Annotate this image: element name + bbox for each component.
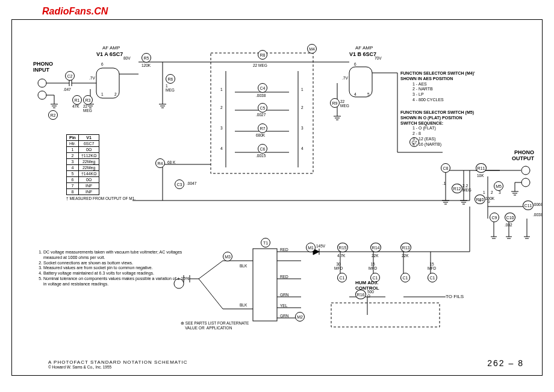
m4-l1: 1 [220, 87, 223, 92]
m4-ref: M4 [307, 44, 317, 54]
r12-ref: R12 [452, 184, 462, 193]
r7-val: 680K [256, 133, 265, 137]
r4-val: 68 K [167, 160, 175, 164]
t-r5c1: †144KΩ [78, 171, 99, 177]
c8-val: .1 [443, 181, 446, 185]
wire-red1: RED [280, 247, 288, 252]
tube-a-p6: 6 [101, 62, 104, 66]
tube-b-p4: 4 [354, 92, 356, 96]
tube-b-label: V1 B 6SC7 [349, 51, 376, 57]
func-m5-3: 3 - 12 (EAS) [412, 137, 474, 142]
watermark-text: RadioFans.CN [42, 6, 548, 17]
r15-val: 4.7K [337, 254, 345, 258]
func-m5-2: 2 - 8 [412, 131, 474, 137]
schematic-frame: PHONO INPUT PHONO OUTPUT AF AMP V1 A 6SC… [11, 19, 543, 376]
svg-rect-101 [331, 303, 440, 327]
r16-val: 500 Ω [367, 290, 374, 298]
m4-r4: 4 [301, 146, 303, 151]
t-r4c0: 4 [67, 165, 79, 171]
t-r6c0: 6 [67, 177, 79, 183]
svg-point-1 [38, 91, 46, 99]
af-amp-b-label: AF AMP [355, 45, 373, 51]
r1-ref: R1 [72, 95, 82, 105]
m5-p3: 3 [499, 190, 501, 194]
wire-yel: YEL [280, 303, 287, 308]
c4-val: .0038 [256, 93, 266, 98]
func-m5-4: 4 - 16 (NARTB) [412, 142, 474, 148]
t-r7c0: 7 [67, 183, 79, 189]
c1a-ref: C1 [400, 273, 410, 282]
t-r8c1: INF [78, 189, 99, 195]
phono-output-label: PHONO OUTPUT [512, 149, 534, 161]
v7a: .7V [89, 76, 95, 80]
svg-rect-72 [253, 249, 277, 321]
t-r6c1: 0Ω [78, 177, 99, 183]
r9-val: 22 MEG [340, 99, 349, 108]
m5-ref: M5 [494, 181, 503, 191]
note-2: Socket connections are shown as bottom v… [43, 261, 193, 266]
t-r3c0: 3 [67, 159, 79, 165]
tube-b-p5: 5 [367, 92, 370, 96]
note-5: Nominal tolerance on components values m… [43, 276, 193, 287]
m4-r3: 3 [301, 126, 303, 130]
func-m5-block: FUNCTION SELECTOR SWITCH (M5) SHOWN IN O… [400, 110, 474, 147]
c6-val: .0015 [256, 154, 266, 158]
r5-ref: R5 [142, 53, 151, 63]
t-r5c0: 5 [67, 171, 79, 177]
c1b-val: 15 MFD [369, 262, 377, 270]
v7b: .7V [342, 76, 348, 80]
c2-ref: C2 [65, 71, 75, 81]
r6-val: 1 MEG [166, 84, 175, 92]
tube-b-p6: 6 [354, 62, 356, 66]
c11-ref: C11 [523, 201, 534, 210]
r3-val: 22 MEG [83, 104, 92, 113]
c1-val: 15 MFD [428, 262, 436, 270]
m4-l3: 3 [220, 126, 223, 130]
r13-val: 22K [402, 254, 409, 258]
r16-ref: R16 [355, 290, 366, 299]
r13-ref: R13 [400, 243, 411, 252]
c1-ref: C1 [428, 273, 437, 282]
c11-val: .0068 [533, 202, 543, 207]
svg-point-46 [521, 178, 530, 187]
c4-ref: C4 [258, 83, 267, 93]
wire-grn1: GRN [280, 293, 288, 297]
r15-ref: R15 [337, 243, 348, 252]
c5-val: .0027 [256, 113, 266, 117]
v70: 70V [375, 56, 382, 60]
r6-ref: R6 [166, 74, 175, 84]
svg-line-75 [199, 261, 223, 279]
t-r7c1: INF [78, 183, 99, 189]
note-4: Battery voltage maintained at 6.3 volts … [43, 271, 193, 276]
t-r3c1: 22Meg [78, 159, 99, 165]
t-r8c0: 8 [67, 189, 79, 195]
note-3: Measured values are from socket pin to c… [43, 266, 193, 271]
r11-ref: R11 [476, 163, 487, 173]
footer-title: A PHOTOFACT STANDARD NOTATION SCHEMATIC [48, 359, 187, 365]
c6-ref: C6 [258, 144, 267, 154]
notes-block: DC voltage measurements taken with vacuu… [36, 249, 193, 288]
c8-ref: C8 [441, 163, 450, 173]
m4-r2: 2 [301, 105, 303, 110]
sheet-number: 262 – 8 [487, 358, 524, 368]
r9-ref: R9 [330, 98, 340, 108]
c10-ref: C10 [505, 213, 515, 222]
r7-ref: R7 [258, 123, 267, 133]
m4-r1: 1 [301, 87, 303, 92]
t-r2c0: 2 [67, 153, 79, 159]
see-parts-note: ⊕ SEE PARTS LIST FOR ALTERNATE VALUE OR … [181, 321, 249, 330]
m3-ref: M3 [223, 252, 232, 261]
func-m4-title: FUNCTION SELECTOR SWITCH (M4)' SHOWN IN … [400, 71, 475, 82]
c11b-val: .0038 [533, 213, 543, 217]
r3-ref: R3 [83, 95, 93, 105]
m5-p1: 1 [483, 190, 485, 194]
m5-p4: 4 [479, 198, 481, 202]
wire-blk1: BLK [240, 264, 247, 268]
hum-adj-label: HUM ADJ. CONTROL [355, 280, 379, 291]
note-1: DC voltage measurements taken with vacuu… [43, 250, 193, 261]
af-amp-a-label: AF AMP [102, 45, 120, 51]
c3-ref: C3 [175, 179, 184, 189]
t-r2c1: †112KΩ [78, 153, 99, 159]
c10-val: .002 [505, 223, 512, 227]
c5-ref: C5 [258, 103, 267, 113]
